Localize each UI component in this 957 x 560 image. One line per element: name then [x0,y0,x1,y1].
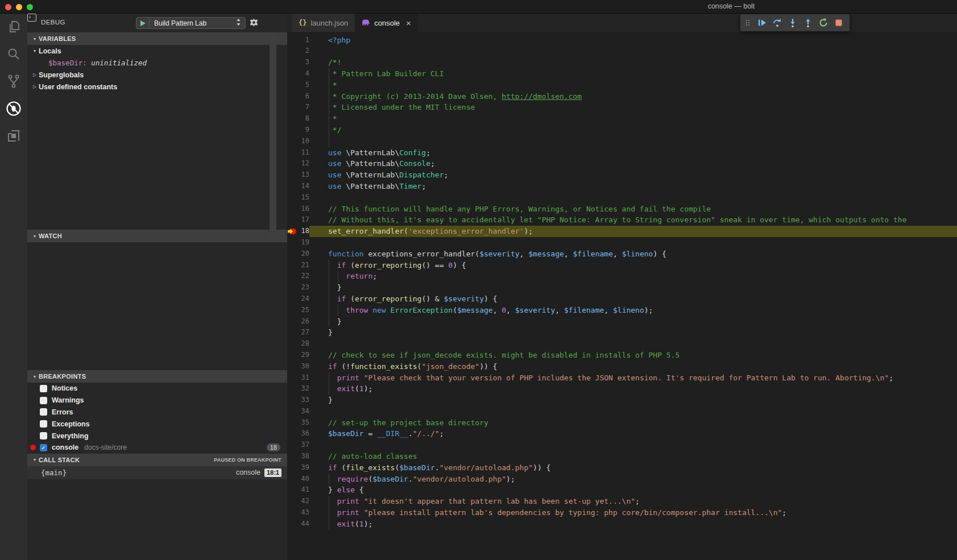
breakpoint-margin[interactable] [287,316,296,327]
breakpoint-item[interactable]: Notices [27,383,287,395]
breakpoint-margin[interactable] [287,417,296,429]
code-line[interactable]: 43 print "please install pattern lab's d… [287,507,957,518]
code-line[interactable]: 15 [287,192,957,204]
code-line[interactable]: 25 throw new ErrorException($message, 0,… [287,305,957,316]
code-line[interactable]: 41} else { [287,484,957,496]
breakpoint-margin[interactable] [287,271,296,282]
activity-extensions[interactable] [0,124,27,150]
code-line[interactable]: 42 print "it doesn't appear that pattern… [287,496,957,507]
code-line[interactable]: 14use \PatternLab\Timer; [287,181,957,192]
breakpoint-margin[interactable] [287,181,296,192]
code-line[interactable]: 11use \PatternLab\Config; [287,147,957,159]
minimize-window-button[interactable] [16,4,22,10]
breakpoint-margin[interactable] [287,496,296,507]
breakpoint-margin[interactable] [287,484,296,496]
breakpoint-margin[interactable] [287,57,296,68]
breakpoint-margin[interactable] [287,226,296,237]
code-line[interactable]: 3/*! [287,57,957,68]
zoom-window-button[interactable] [27,4,33,10]
variables-section-header[interactable]: ▾ VARIABLES [27,32,287,45]
breakpoint-checkbox[interactable] [40,397,47,404]
code-line[interactable]: 36$baseDir = __DIR__."/../"; [287,428,957,439]
code-line[interactable]: 29// check to see if json_decode exists.… [287,350,957,361]
breakpoint-margin[interactable] [287,192,296,204]
breakpoint-margin[interactable] [287,169,296,181]
code-line[interactable]: 19 [287,237,957,248]
breakpoint-item[interactable]: consoledocs-site/core18 [27,442,287,454]
scope-superglobals[interactable]: ▷ Superglobals [27,69,287,81]
configure-gear-button[interactable] [249,19,259,28]
scope-user-defined-constants[interactable]: ▷ User defined constants [27,81,287,93]
code-line[interactable]: 33} [287,395,957,406]
code-line[interactable]: 44 exit(1); [287,518,957,530]
code-line[interactable]: 38// auto-load classes [287,451,957,462]
breakpoint-item[interactable]: Everything [27,430,287,442]
activity-debug[interactable] [0,97,27,123]
breakpoint-item[interactable]: Warnings [27,395,287,406]
breakpoint-margin[interactable] [287,361,296,372]
code-line[interactable]: 34 [287,406,957,417]
breakpoint-item[interactable]: Exceptions [27,418,287,430]
breakpoint-margin[interactable] [287,451,296,462]
watch-section-header[interactable]: ▾ WATCH [27,230,287,242]
breakpoint-margin[interactable] [287,237,296,248]
code-line[interactable]: 12use \PatternLab\Console; [287,158,957,169]
tab-launch-json[interactable]: {} launch.json [292,14,355,32]
breakpoint-margin[interactable] [287,80,296,91]
code-line[interactable]: 5 * [287,80,957,91]
code-line[interactable]: 37 [287,439,957,451]
step-over-button[interactable] [772,17,783,28]
breakpoint-margin[interactable] [287,338,296,350]
breakpoint-margin[interactable] [287,462,296,474]
breakpoint-margin[interactable] [287,158,296,169]
code-line[interactable]: 10 [287,136,957,147]
breakpoint-margin[interactable] [287,260,296,271]
code-line[interactable]: 13use \PatternLab\Dispatcher; [287,169,957,181]
activity-git[interactable] [0,69,27,96]
breakpoint-margin[interactable] [287,293,296,305]
code-line[interactable]: 17// Without this, it's easy to accident… [287,214,957,226]
code-line[interactable]: 35// set-up the project base directory [287,417,957,429]
sidebar-scrollbar[interactable] [270,33,276,241]
breakpoint-margin[interactable] [287,147,296,159]
start-debug-icon[interactable] [140,20,146,26]
code-line[interactable]: 26 } [287,316,957,327]
breakpoint-margin[interactable] [287,428,296,439]
code-line[interactable]: 22 return; [287,271,957,282]
stop-button[interactable] [833,17,844,28]
code-line[interactable]: 24 if (error_reporting() & $severity) { [287,293,957,305]
breakpoint-checkbox[interactable] [40,420,47,428]
launch-config-dropdown[interactable]: Build Pattern Lab [136,17,246,29]
open-debug-console-button[interactable]: › [27,14,36,22]
code-line[interactable]: 27} [287,327,957,338]
breakpoint-margin[interactable] [287,383,296,395]
callstack-section-header[interactable]: ▾ CALL STACK PAUSED ON BREAKPOINT [27,454,287,466]
scope-locals[interactable]: ▾ Locals [27,45,287,57]
code-line[interactable]: 31 print "Please check that your version… [287,372,957,384]
breakpoint-margin[interactable] [287,474,296,485]
code-line[interactable]: 23 } [287,282,957,293]
breakpoint-margin[interactable] [287,35,296,46]
breakpoint-margin[interactable] [287,68,296,80]
activity-search[interactable] [0,42,27,68]
breakpoint-margin[interactable] [287,406,296,417]
code-area[interactable]: 1<?php23/*!4 * Pattern Lab Builder CLI5 … [287,32,957,560]
breakpoint-checkbox[interactable] [40,432,47,439]
breakpoint-margin[interactable] [287,214,296,226]
code-line[interactable]: 21 if (error_reporting() == 0) { [287,260,957,271]
breakpoint-checkbox[interactable] [40,385,47,392]
tab-console[interactable]: console × [355,14,418,32]
continue-button[interactable] [756,17,768,28]
code-line[interactable]: 9 */ [287,125,957,136]
breakpoint-margin[interactable] [287,136,296,147]
variable-basedir[interactable]: $baseDir: uninitialized [27,57,287,69]
code-line[interactable]: 20function exceptions_error_handler($sev… [287,248,957,260]
breakpoint-margin[interactable] [287,507,296,518]
restart-button[interactable] [818,17,829,28]
breakpoint-margin[interactable] [287,518,296,530]
step-into-button[interactable] [787,17,798,28]
breakpoint-margin[interactable] [287,282,296,293]
code-line[interactable]: 30if (!function_exists("json_decode")) { [287,361,957,372]
breakpoints-section-header[interactable]: ▾ BREAKPOINTS [27,370,287,383]
code-line[interactable]: 28 [287,338,957,350]
